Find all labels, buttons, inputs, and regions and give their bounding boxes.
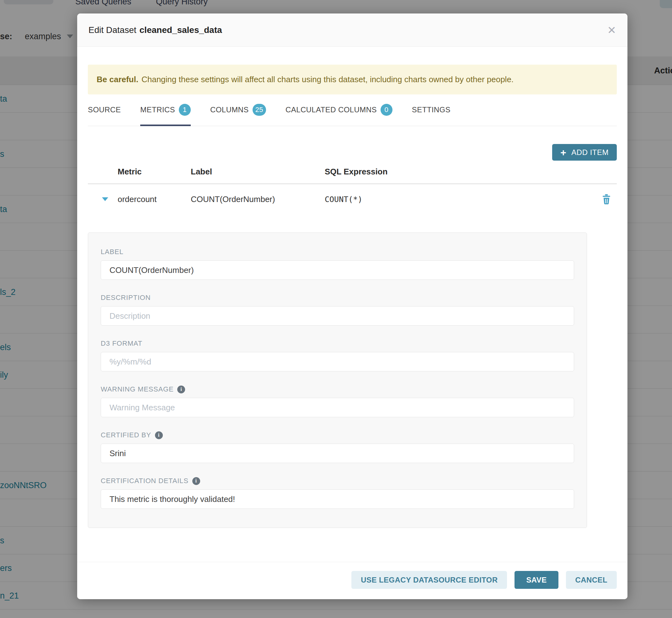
certification-details-field-label: CERTIFICATION DETAILS i xyxy=(101,477,574,485)
sql-expression-column-header: SQL Expression xyxy=(325,167,595,177)
metric-sql-expression: COUNT(*) xyxy=(325,195,595,204)
warning-banner-bold: Be careful. xyxy=(97,75,138,84)
use-legacy-datasource-editor-button[interactable]: USE LEGACY DATASOURCE EDITOR xyxy=(351,571,507,589)
collapse-caret-icon[interactable] xyxy=(102,197,108,201)
certification-details-label-text: CERTIFICATION DETAILS xyxy=(101,477,189,485)
tab-source[interactable]: SOURCE xyxy=(88,104,121,126)
description-field-label: DESCRIPTION xyxy=(101,294,574,302)
description-input[interactable] xyxy=(101,306,574,326)
description-field-group: DESCRIPTION xyxy=(101,294,574,326)
label-field-label: LABEL xyxy=(101,248,574,256)
tab-label: CALCULATED COLUMNS xyxy=(285,105,377,114)
plus-icon: + xyxy=(560,147,566,158)
modal-body: Be careful. Changing these settings will… xyxy=(77,65,628,528)
modal-footer: USE LEGACY DATASOURCE EDITOR SAVE CANCEL xyxy=(77,562,628,599)
tab-label: COLUMNS xyxy=(210,105,249,114)
add-item-row: + ADD ITEM xyxy=(88,144,617,161)
metric-name: ordercount xyxy=(118,195,191,204)
certification-details-field-group: CERTIFICATION DETAILS i xyxy=(101,477,574,509)
modal-tabs: SOURCEMETRICS1COLUMNS25CALCULATED COLUMN… xyxy=(88,104,617,126)
certification-details-input[interactable] xyxy=(101,489,574,509)
modal-title: Edit Datasetcleaned_sales_data xyxy=(88,25,222,35)
warning-banner: Be careful. Changing these settings will… xyxy=(88,65,617,94)
tab-label: SETTINGS xyxy=(412,105,451,114)
metric-detail-panel: LABEL DESCRIPTION D3 FORMAT WARNING MESS… xyxy=(88,232,587,528)
add-item-label: ADD ITEM xyxy=(571,148,609,157)
warning-banner-text: Changing these settings will affect all … xyxy=(141,75,513,84)
label-field-group: LABEL xyxy=(101,248,574,280)
tab-metrics[interactable]: METRICS1 xyxy=(140,104,191,126)
info-icon[interactable]: i xyxy=(192,477,200,485)
screen: Datasets Saved Queries Query History se:… xyxy=(0,0,672,618)
warning-message-input[interactable] xyxy=(101,398,574,417)
tab-calculated-columns[interactable]: CALCULATED COLUMNS0 xyxy=(285,104,392,126)
cancel-button[interactable]: CANCEL xyxy=(566,571,617,589)
tab-label: METRICS xyxy=(140,105,175,114)
certified-by-label-text: CERTIFIED BY xyxy=(101,431,151,439)
d3-format-field-group: D3 FORMAT xyxy=(101,339,574,372)
edit-dataset-modal: Edit Datasetcleaned_sales_data ✕ Be care… xyxy=(77,13,628,599)
certified-by-input[interactable] xyxy=(101,443,574,463)
warning-message-field-label: WARNING MESSAGE i xyxy=(101,385,574,393)
close-icon[interactable]: ✕ xyxy=(607,25,616,35)
metric-row: ordercount COUNT(OrderNumber) COUNT(*) xyxy=(88,184,617,214)
save-button[interactable]: SAVE xyxy=(514,571,558,589)
modal-title-dataset-name: cleaned_sales_data xyxy=(139,25,222,35)
tab-label: SOURCE xyxy=(88,105,121,114)
certified-by-field-group: CERTIFIED BY i xyxy=(101,431,574,463)
tab-count-badge: 0 xyxy=(381,104,392,116)
trash-icon[interactable] xyxy=(602,194,611,205)
d3-format-input[interactable] xyxy=(101,352,574,372)
add-item-button[interactable]: + ADD ITEM xyxy=(552,144,617,161)
tab-columns[interactable]: COLUMNS25 xyxy=(210,104,266,126)
warning-message-label-text: WARNING MESSAGE xyxy=(101,385,174,393)
tab-count-badge: 1 xyxy=(179,104,191,116)
metrics-table-header: Metric Label SQL Expression xyxy=(88,167,617,177)
metric-label: COUNT(OrderNumber) xyxy=(191,195,325,204)
metric-column-header: Metric xyxy=(118,167,191,177)
info-icon[interactable]: i xyxy=(155,431,163,439)
label-column-header: Label xyxy=(191,167,325,177)
certified-by-field-label: CERTIFIED BY i xyxy=(101,431,574,439)
modal-title-prefix: Edit Dataset xyxy=(88,25,136,35)
modal-header: Edit Datasetcleaned_sales_data ✕ xyxy=(77,13,628,47)
warning-message-field-group: WARNING MESSAGE i xyxy=(101,385,574,417)
tab-count-badge: 25 xyxy=(253,104,266,116)
tab-settings[interactable]: SETTINGS xyxy=(412,104,451,126)
label-input[interactable] xyxy=(101,261,574,280)
d3-format-field-label: D3 FORMAT xyxy=(101,339,574,347)
info-icon[interactable]: i xyxy=(177,386,185,393)
